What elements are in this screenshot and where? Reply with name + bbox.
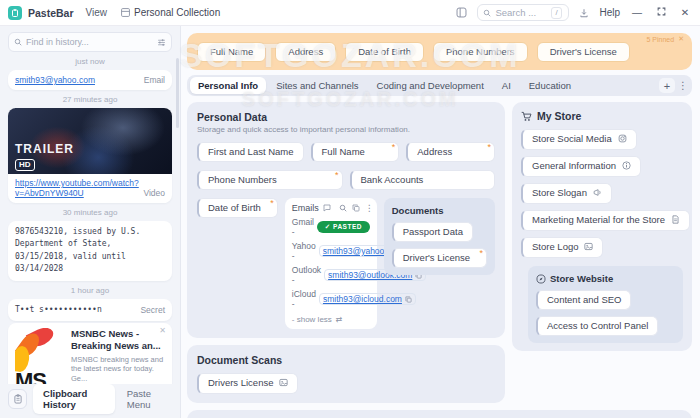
clip-full-name[interactable]: Full Name*	[311, 142, 400, 162]
image-icon	[279, 378, 288, 390]
window-maximize-button[interactable]	[654, 7, 668, 18]
megaphone-icon	[593, 188, 602, 200]
quick-paste-icon[interactable]	[579, 8, 589, 18]
copy-icon[interactable]	[405, 296, 412, 303]
clip-date-of-birth[interactable]: Date of Birth*	[197, 198, 278, 218]
link-preview-description: MSNBC breaking news and the latest news …	[71, 355, 165, 384]
clip-phone-numbers[interactable]: Phone Numbers*	[197, 170, 343, 190]
tab-options-icon[interactable]: ⋮	[677, 80, 689, 91]
time-label: 27 minutes ago	[8, 95, 172, 104]
clip-content-and-seo[interactable]: Content and SEO	[536, 290, 631, 310]
global-search-input[interactable]	[495, 7, 547, 18]
window-close-button[interactable]: ✕	[678, 7, 692, 18]
pinned-clip[interactable]: Full Name	[197, 42, 266, 62]
personal-data-board: Personal Data Storage and quick access t…	[187, 102, 505, 338]
search-in-board-icon[interactable]	[339, 204, 347, 212]
clipboard-icon-button[interactable]	[8, 389, 27, 409]
clip-address[interactable]: Address*	[406, 142, 495, 162]
pinned-clip[interactable]: Address	[275, 42, 336, 62]
board-title: Personal Data	[197, 111, 495, 123]
app-window: PasteBar View Personal Collection / Help	[0, 0, 700, 418]
close-preview-icon[interactable]: ✕	[159, 326, 166, 335]
clip-drivers-license[interactable]: Driver's License*	[392, 248, 487, 268]
pinned-count-label: 5 Pinned	[646, 36, 674, 43]
history-list[interactable]: just now smith93@yahoo.com Email 27 minu…	[0, 52, 180, 384]
collapse-icon: ⇄	[336, 315, 343, 324]
window-minimize-button[interactable]: —	[630, 7, 644, 18]
history-item-email[interactable]: smith93@yahoo.com Email	[8, 70, 172, 90]
add-tab-button[interactable]: +	[659, 78, 675, 93]
cart-icon	[521, 111, 532, 122]
pin-indicator: *	[479, 249, 483, 258]
tab-personal-info[interactable]: Personal Info	[190, 77, 266, 94]
email-link[interactable]: smith93@yahoo.com	[15, 75, 95, 85]
info-icon	[622, 161, 631, 173]
clip-store-logo[interactable]: Store Logo	[521, 237, 603, 258]
copy-board-icon[interactable]	[352, 204, 360, 212]
clip-passport-data[interactable]: Passport Data	[392, 222, 473, 242]
clip-first-and-last-name[interactable]: First and Last Name	[197, 142, 304, 162]
instagram-icon	[618, 134, 627, 146]
email-value-link[interactable]: smith93@icloud.com	[323, 294, 402, 304]
history-item-video[interactable]: TRAILER HD https://www.youtube.com/watch…	[8, 108, 172, 203]
top-menu-bar: PasteBar View Personal Collection / Help	[0, 0, 700, 26]
subboard-title: Documents	[392, 205, 487, 216]
tab-sites-and-channels[interactable]: Sites and Channels	[268, 77, 366, 94]
tab-coding-and-development[interactable]: Coding and Development	[369, 77, 492, 94]
pinned-items-bar: Full Name Address Date of Birth Phone Nu…	[187, 33, 692, 70]
board-title: My Store	[537, 110, 581, 122]
sidebar-scrollbar[interactable]	[176, 58, 179, 128]
pin-indicator: *	[270, 199, 274, 208]
pinned-clip[interactable]: Date of Birth	[345, 42, 424, 62]
my-store-board: My Store Store Social Media General Info…	[512, 102, 692, 351]
tab-ai[interactable]: AI	[494, 77, 519, 94]
sidebar-footer: Clipboard History Paste Menu	[0, 384, 180, 418]
history-item-secret[interactable]: T••t s•••••••••••n Secret	[8, 299, 172, 321]
filter-options-icon[interactable]	[157, 38, 166, 47]
clip-bank-accounts[interactable]: Bank Accounts	[350, 170, 496, 190]
tab-education[interactable]: Education	[521, 77, 579, 94]
main-dashboard: Full Name Address Date of Birth Phone Nu…	[181, 26, 700, 418]
show-less-toggle[interactable]: - show less	[292, 315, 332, 324]
hd-badge: HD	[15, 159, 35, 171]
store-website-subboard: Store Website Content and SEO Access to …	[528, 266, 683, 343]
collection-selector[interactable]: Personal Collection	[121, 7, 220, 18]
search-shortcut-key: /	[551, 7, 561, 19]
history-item-link-preview[interactable]: ✕ MS MSNBC News - Breaking News an... MS…	[8, 323, 172, 384]
link-preview-title: MSNBC News - Breaking News an...	[71, 328, 165, 352]
help-menu[interactable]: Help	[599, 7, 620, 18]
board-options-icon[interactable]: ⋮	[365, 203, 374, 213]
clip-drivers-license-scan[interactable]: Drivers License	[197, 373, 298, 394]
menu-view[interactable]: View	[86, 7, 108, 18]
clip-access-control-panel[interactable]: Access to Control Panel	[536, 316, 658, 336]
history-panel-toggle-icon[interactable]	[456, 7, 467, 18]
clipboard-history-tab[interactable]: Clipboard History	[33, 384, 115, 414]
compass-icon	[536, 274, 546, 284]
video-link[interactable]: https://www.youtube.com/watch?v=AbvDnYW9…	[15, 178, 139, 198]
clip-store-slogan[interactable]: Store Slogan	[521, 183, 612, 204]
collection-icon	[121, 8, 130, 17]
pinned-clip[interactable]: Driver's License	[537, 42, 630, 62]
unpin-all-icon[interactable]: ✕	[678, 35, 684, 43]
pasted-badge: ✓ PASTED	[317, 221, 370, 233]
email-row-label: Gmail -	[292, 217, 314, 237]
history-item-text[interactable]: 9876543210, issued by U.S. Department of…	[8, 221, 172, 281]
clip-marketing-material[interactable]: Marketing Material for the Store	[521, 210, 690, 231]
pin-indicator: *	[392, 143, 396, 152]
board-tabs: Personal Info Sites and Channels Coding …	[187, 75, 692, 96]
clip-general-information[interactable]: General Information	[521, 156, 641, 177]
family-board: Family and Relatives Parents Parents' Do…	[187, 410, 692, 418]
pinned-clip[interactable]: Phone Numbers	[433, 42, 528, 62]
clip-store-social-media[interactable]: Store Social Media	[521, 129, 637, 150]
board-subtitle: Storage and quick access to important pe…	[197, 125, 495, 134]
find-in-history-input[interactable]	[26, 37, 153, 47]
find-in-history[interactable]	[8, 32, 172, 52]
image-icon	[584, 242, 593, 254]
item-type-badge: Email	[144, 75, 165, 85]
email-row-label: Outlook -	[292, 265, 321, 285]
document-icon	[671, 215, 680, 227]
paste-menu-tab[interactable]: Paste Menu	[121, 384, 172, 414]
global-search[interactable]: /	[477, 4, 569, 21]
masked-secret-text: T••t s•••••••••••n	[15, 304, 102, 316]
email-row-label: iCloud -	[292, 289, 316, 309]
